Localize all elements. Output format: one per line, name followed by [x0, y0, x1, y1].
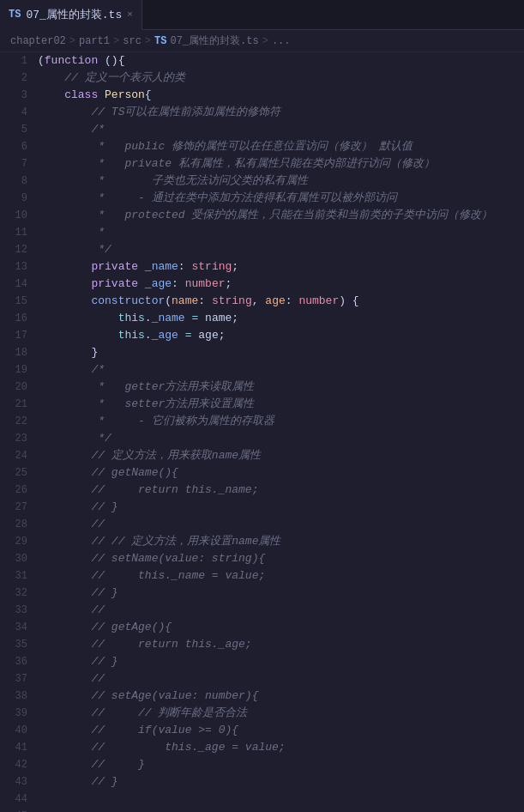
code-editor[interactable]: 1 2 3 4 5 6 7 8 9 10 11 12 13 14 15 16 1… [0, 52, 524, 812]
breadcrumb-filename: 07_属性的封装.ts [170, 33, 258, 48]
code-line-18: this._age = age; [34, 327, 524, 344]
code-line-2: // 定义一个表示人的类 [34, 70, 524, 87]
code-line-8: * 子类也无法访问父类的私有属性 [34, 173, 524, 190]
code-line-16: constructor(name: string, age: number) { [34, 293, 524, 310]
code-line-11: * [34, 224, 524, 241]
code-line-13: private _name: string; [34, 258, 524, 276]
code-line-28: // getName(){ [34, 464, 524, 482]
line-numbers: 1 2 3 4 5 6 7 8 9 10 11 12 13 14 15 16 1… [0, 52, 34, 812]
ts-file-icon: TS [9, 9, 21, 21]
code-line-46: // } [34, 773, 524, 791]
code-line-7: * private 私有属性，私有属性只能在类内部进行访问（修改） [34, 155, 524, 173]
code-line-41: // setAge(value: number){ [34, 688, 524, 705]
code-line-25: */ [34, 430, 524, 447]
code-line-36: // [34, 602, 524, 619]
code-line-12: */ [34, 241, 524, 258]
code-line-10: * protected 受保护的属性，只能在当前类和当前类的子类中访问（修改） [34, 207, 524, 224]
code-line-43: // if(value >= 0){ [34, 722, 524, 739]
code-line-4: // TS可以在属性前添加属性的修饰符 [34, 104, 524, 121]
code-line-38: // return this._age; [34, 636, 524, 653]
code-line-37: // getAge(){ [34, 619, 524, 636]
code-line-32: // // 定义方法，用来设置name属性 [34, 533, 524, 550]
code-line-33: // setName(value: string){ [34, 550, 524, 567]
code-line-17: this._name = name; [34, 310, 524, 327]
close-icon[interactable]: × [127, 9, 133, 20]
code-line-39: // } [34, 653, 524, 670]
code-line-6: * public 修饰的属性可以在任意位置访问（修改） 默认值 [34, 138, 524, 155]
code-line-22: * getter方法用来读取属性 [34, 379, 524, 396]
breadcrumb-chapter: chapter02 [10, 35, 66, 47]
code-line-45: // } [34, 756, 524, 773]
code-line-44: // this._age = value; [34, 739, 524, 756]
code-line-24: * - 它们被称为属性的存取器 [34, 413, 524, 430]
code-line-19: } [34, 344, 524, 361]
tab-filename: 07_属性的封装.ts [26, 7, 122, 22]
breadcrumb-dots: ... [272, 35, 291, 47]
code-line-40: // [34, 670, 524, 688]
breadcrumb-sep1: > [69, 35, 75, 47]
code-line-23: * setter方法用来设置属性 [34, 396, 524, 413]
breadcrumb-sep3: > [145, 35, 151, 47]
code-line-3: class Person{ [34, 87, 524, 104]
code-line-5: /* [34, 121, 524, 138]
code-line-14: private _age: number; [34, 276, 524, 293]
code-line-42: // // 判断年龄是否合法 [34, 705, 524, 722]
code-line-31: // [34, 516, 524, 533]
code-line-34: // this._name = value; [34, 567, 524, 585]
breadcrumb-sep4: > [262, 35, 268, 47]
code-line-9: * - 通过在类中添加方法使得私有属性可以被外部访问 [34, 190, 524, 207]
active-tab[interactable]: TS 07_属性的封装.ts × [0, 0, 142, 30]
code-line-29: // return this._name; [34, 482, 524, 499]
breadcrumb: chapter02 > part1 > src > TS 07_属性的封装.ts… [0, 30, 524, 52]
breadcrumb-src: src [123, 35, 142, 47]
code-line-35: // } [34, 585, 524, 602]
breadcrumb-sep2: > [113, 35, 119, 47]
breadcrumb-part: part1 [79, 35, 110, 47]
code-content[interactable]: (function (){ // 定义一个表示人的类 class Person{… [34, 52, 524, 812]
breadcrumb-ts-badge: TS [154, 35, 166, 47]
code-line-30: // } [34, 499, 524, 516]
code-line-1: (function (){ [34, 52, 524, 70]
tab-bar: TS 07_属性的封装.ts × [0, 0, 524, 30]
code-line-21: /* [34, 361, 524, 379]
code-line-27: // 定义方法，用来获取name属性 [34, 447, 524, 464]
